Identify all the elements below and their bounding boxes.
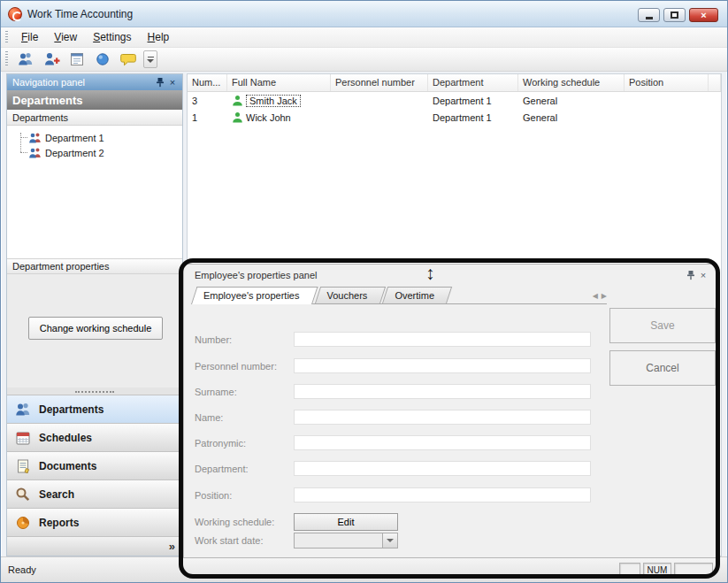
column-header-department[interactable]: Department [428, 74, 518, 91]
tab-overtime[interactable]: Overtime [382, 287, 447, 303]
tab-employees-properties[interactable]: Employee's properties [191, 287, 312, 303]
add-employee-icon[interactable] [41, 50, 62, 69]
menu-bar: File View Settings Help [1, 27, 727, 48]
work-start-date-select[interactable] [294, 533, 398, 548]
sidebar-item-search[interactable]: Search [7, 479, 182, 508]
document-card-icon[interactable] [66, 50, 88, 69]
field-row-working-schedule: Working schedule: Edit [195, 513, 398, 531]
tree-item-label: Department 1 [45, 133, 104, 143]
menu-settings[interactable]: Settings [85, 28, 139, 46]
edit-working-schedule-button[interactable]: Edit [294, 513, 398, 531]
personnel-number-field[interactable] [294, 358, 591, 373]
save-button[interactable]: Save [609, 308, 716, 343]
table-header: Num... Full Name Personnel number Depart… [188, 74, 721, 92]
field-row-department: Department: [195, 461, 591, 476]
field-row-patronymic: Patronymic: [195, 435, 591, 450]
help-bubble-icon[interactable] [118, 50, 139, 69]
close-icon[interactable]: × [166, 76, 179, 88]
field-label: Personnel number: [195, 361, 294, 372]
departments-people-icon[interactable] [15, 50, 36, 69]
menu-view[interactable]: View [46, 28, 85, 46]
number-field[interactable] [294, 332, 591, 347]
num-lock-indicator: NUM [643, 563, 671, 577]
cell-full-name: Wick John [227, 111, 331, 123]
sidebar-item-departments[interactable]: Departments [7, 395, 182, 423]
cell-num: 3 [188, 96, 227, 106]
department-field[interactable] [294, 461, 591, 476]
cancel-button[interactable]: Cancel [609, 350, 716, 386]
navigation-panel-title: Navigation panel [12, 77, 85, 88]
column-header-num[interactable]: Num... [188, 74, 227, 91]
change-working-schedule-button[interactable]: Change working schedule [28, 317, 163, 340]
close-button[interactable]: × [689, 8, 718, 22]
window-controls: × [638, 8, 718, 22]
combo-dropdown-button[interactable] [382, 533, 397, 548]
chevron-double-right-icon[interactable]: » [169, 540, 175, 553]
column-header-filler [709, 74, 721, 91]
documents-icon [14, 457, 32, 475]
pin-icon[interactable] [685, 269, 697, 281]
cell-full-name: Smith Jack [227, 95, 331, 107]
globe-icon[interactable] [92, 50, 113, 69]
sidebar-item-label: Documents [39, 460, 96, 472]
sidebar-overflow-strip: » [7, 536, 182, 556]
tree-item-department-2[interactable]: Department 2 [7, 145, 182, 160]
sidebar-item-reports[interactable]: Reports [7, 508, 182, 536]
patronymic-field[interactable] [294, 435, 591, 450]
field-label: Position: [195, 490, 294, 501]
cell-department: Department 1 [428, 96, 518, 106]
surname-field[interactable] [294, 384, 591, 399]
search-icon [14, 486, 32, 503]
sidebar-item-label: Reports [39, 517, 79, 529]
tab-vouchers[interactable]: Vouchers [315, 287, 380, 303]
status-bar: Ready NUM [1, 556, 727, 582]
toolbar-overflow-button[interactable] [143, 50, 157, 68]
sidebar-item-label: Search [39, 488, 74, 501]
menu-file[interactable]: File [13, 28, 46, 46]
employee-name: Smith Jack [246, 95, 301, 107]
table-row[interactable]: 1 Wick John Department 1 General [188, 109, 721, 126]
employee-name: Wick John [246, 112, 291, 123]
department-people-icon [28, 132, 42, 143]
minimize-button[interactable] [638, 8, 660, 22]
tab-scroll-left-icon[interactable]: ◀ [593, 292, 598, 300]
tab-scroll-arrows: ◀ ▶ [593, 292, 607, 303]
sidebar-item-schedules[interactable]: Schedules [7, 423, 182, 451]
app-icon [8, 7, 22, 21]
menu-help[interactable]: Help [140, 28, 178, 46]
tree-item-department-1[interactable]: Department 1 [7, 130, 182, 145]
close-icon[interactable]: × [697, 269, 709, 281]
field-row-personnel-number: Personnel number: [195, 358, 591, 373]
menu-gripper [5, 31, 8, 43]
navigation-panel-header: Navigation panel × [7, 74, 182, 90]
status-indicator-box [674, 563, 713, 577]
title-bar: Work Time Accounting × [1, 1, 727, 27]
maximize-button[interactable] [663, 8, 686, 22]
field-label: Patronymic: [195, 438, 294, 449]
column-header-full-name[interactable]: Full Name [227, 74, 331, 91]
column-header-working-schedule[interactable]: Working schedule [518, 74, 625, 91]
schedules-icon [14, 429, 32, 447]
table-row[interactable]: 3 Smith Jack Department 1 General [188, 92, 721, 109]
column-header-personnel-number[interactable]: Personnel number [331, 74, 428, 91]
department-properties-header: Department properties [7, 258, 182, 274]
tab-scroll-right-icon[interactable]: ▶ [602, 292, 607, 300]
field-row-surname: Surname: [195, 384, 591, 399]
department-properties-area: Change working schedule [7, 274, 182, 387]
tree-item-label: Department 2 [45, 148, 104, 158]
chevron-down-icon [387, 539, 394, 542]
field-row-position: Position: [195, 487, 591, 502]
position-field[interactable] [294, 487, 591, 502]
overflow-bar-icon [148, 57, 154, 58]
departments-tree-header: Departments [7, 110, 182, 126]
employee-person-icon [232, 111, 243, 123]
departments-icon [14, 401, 32, 418]
field-label: Work start date: [195, 535, 294, 546]
name-field[interactable] [294, 410, 591, 425]
panel-splitter[interactable] [7, 387, 182, 395]
column-header-position[interactable]: Position [625, 74, 709, 91]
departments-tree: Department 1 Department 2 [7, 126, 182, 258]
employee-panel-tabs: Employee's properties Vouchers Overtime … [191, 286, 607, 304]
sidebar-item-documents[interactable]: Documents [7, 451, 182, 479]
pin-icon[interactable] [154, 76, 166, 88]
